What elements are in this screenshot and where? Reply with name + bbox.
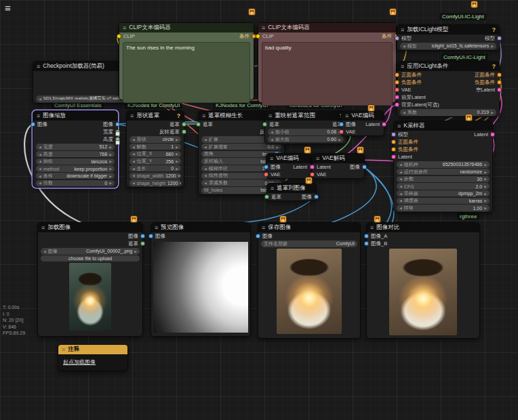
node-image-resize[interactable]: 图像缩放 图像 图像 宽度 高度 宽度512 高度768 插值lanczos m… xyxy=(33,110,118,188)
port-dot-model[interactable] xyxy=(497,36,502,41)
node-preview-image[interactable]: 预览图像 图像 xyxy=(151,222,251,337)
shape-widget[interactable]: 形状circle xyxy=(130,136,181,143)
node-titlebar[interactable]: 形状遮罩? xyxy=(127,111,184,121)
port-dot-image[interactable] xyxy=(362,165,367,169)
port-dot-latent[interactable] xyxy=(395,95,399,100)
port-dot-latent[interactable] xyxy=(395,102,399,107)
width-widget[interactable]: 宽度512 xyxy=(36,144,115,150)
grow-widget[interactable]: 生长0 xyxy=(130,165,181,172)
port-dot-mask[interactable] xyxy=(264,194,269,199)
max-widget[interactable]: 最大值0.60 xyxy=(268,136,344,143)
canvas-menu-icon[interactable]: ≡ xyxy=(5,3,11,13)
link-handle[interactable] xyxy=(115,140,120,145)
port-dot-mask[interactable] xyxy=(196,122,201,127)
port-dot-clip[interactable] xyxy=(256,34,260,39)
node-remap-mask-range[interactable]: 重映射遮罩范围? 遮罩 遮罩 最小值0.08 最大值0.60 xyxy=(264,110,347,144)
interpolation-widget[interactable]: 插值lanczos xyxy=(36,159,115,165)
port-dot-mask[interactable] xyxy=(140,241,145,246)
node-vae-encode-2[interactable]: VAE编码 图像 Latent VAE xyxy=(266,153,312,179)
compare-image-preview[interactable] xyxy=(389,249,457,335)
link-handle[interactable] xyxy=(115,131,120,136)
shape-height-widget[interactable]: shape_height1200 xyxy=(130,180,181,186)
port-dot-latent[interactable] xyxy=(490,132,495,137)
port-dot-model[interactable] xyxy=(395,36,399,41)
port-dot-vae[interactable] xyxy=(310,172,315,177)
help-icon[interactable]: ? xyxy=(492,26,496,33)
scheduler-widget[interactable]: 调度器karras xyxy=(397,198,490,205)
port-dot-conditioning[interactable] xyxy=(395,72,399,77)
multiple-of-widget[interactable]: 倍数0 xyxy=(36,180,115,187)
port-dot-latent[interactable] xyxy=(382,122,386,127)
port-dot-mask[interactable] xyxy=(182,129,186,134)
node-titlebar[interactable]: VAE编码 xyxy=(342,111,384,121)
port-dot-latent[interactable] xyxy=(310,165,315,169)
model-name-widget[interactable]: 模型iclight_sd15_fc.safetensors xyxy=(400,43,496,49)
node-mask-to-image[interactable]: 遮罩到图像 遮罩 图像 xyxy=(266,183,317,201)
prompt-textarea[interactable]: bad quality xyxy=(262,42,393,106)
port-dot-mask[interactable] xyxy=(182,122,186,127)
node-note[interactable]: 注释 起点加载图像 xyxy=(58,344,128,371)
prompt-textarea[interactable]: The sun rises in the morning xyxy=(123,42,250,103)
node-titlebar[interactable]: VAE解码 xyxy=(313,154,364,163)
node-titlebar[interactable]: 图像对比 xyxy=(367,223,479,232)
help-icon[interactable]: ? xyxy=(177,112,180,119)
port-dot-image[interactable] xyxy=(364,234,369,238)
height-widget[interactable]: 高度768 xyxy=(36,151,115,158)
port-dot-image[interactable] xyxy=(256,234,260,238)
node-shape-mask[interactable]: 形状遮罩? 遮罩 反转遮罩 形状circle 帧数1 位置_X680 位置_Y2… xyxy=(126,110,184,188)
node-titlebar[interactable]: 应用ICLight条件? xyxy=(397,62,499,71)
condition-widget[interactable]: 条件downscale if bigger xyxy=(36,173,115,180)
filename-prefix-widget[interactable]: 文件名前缀ComfyUI xyxy=(261,240,357,247)
port-dot-image[interactable] xyxy=(140,234,145,238)
port-dot-conditioning[interactable] xyxy=(497,80,502,85)
node-graph-canvas[interactable]: ≡ ComfyUI-IC-Light ComfyUI-IC-Light Comf… xyxy=(0,0,518,420)
node-save-image[interactable]: 保存图像 图像 文件名前缀ComfyUI xyxy=(258,222,361,339)
node-vae-encode-1[interactable]: VAE编码 图像 Latent VAE xyxy=(341,110,384,136)
port-dot-image[interactable] xyxy=(115,122,120,127)
control-after-generate-widget[interactable]: 运行后操作randomize xyxy=(397,169,490,175)
node-titlebar[interactable]: CLIP文本编码器 xyxy=(258,23,396,33)
min-widget[interactable]: 最小值0.08 xyxy=(268,129,344,135)
port-dot-vae[interactable] xyxy=(264,172,268,177)
port-dot-clip[interactable] xyxy=(117,34,121,39)
port-dot-conditioning[interactable] xyxy=(391,140,396,144)
port-dot-latent[interactable] xyxy=(391,154,396,159)
seed-widget[interactable]: 随机种652500313576486 xyxy=(397,161,490,168)
node-vae-decode[interactable]: VAE解码 Latent 图像 VAE xyxy=(312,153,365,179)
node-titlebar[interactable]: 加载图像 xyxy=(38,223,142,232)
port-dot-vae[interactable] xyxy=(395,87,399,92)
port-dot-image[interactable] xyxy=(364,241,369,246)
steps-widget[interactable]: 步数30 xyxy=(397,176,490,183)
shape-width-widget[interactable]: shape_width1200 xyxy=(130,173,181,180)
denoise-widget[interactable]: 降噪1.00 xyxy=(397,205,490,211)
location-y-widget[interactable]: 位置_Y256 xyxy=(130,158,181,165)
port-dot-conditioning[interactable] xyxy=(391,147,396,152)
incremental-expand-widget[interactable]: 扩展增量0.0 xyxy=(201,144,281,150)
node-titlebar[interactable]: 加载ICLight模型? xyxy=(397,25,499,35)
node-titlebar[interactable]: K采样器 xyxy=(394,121,492,131)
node-titlebar[interactable]: 图像缩放 xyxy=(33,111,117,121)
node-titlebar[interactable]: 遮罩到图像 xyxy=(267,184,316,193)
port-dot-image[interactable] xyxy=(264,165,268,169)
port-dot-conditioning[interactable] xyxy=(395,80,399,85)
frames-widget[interactable]: 帧数1 xyxy=(130,144,181,150)
node-clip-encode-positive[interactable]: CLIP文本编码器 CLIP 条件 The sun rises in the m… xyxy=(119,22,254,100)
node-titlebar[interactable]: VAE编码 xyxy=(266,154,311,163)
upload-button[interactable]: choose file to upload xyxy=(41,255,140,262)
node-titlebar[interactable]: 预览图像 xyxy=(151,223,250,232)
node-titlebar[interactable]: CLIP文本编码器 xyxy=(119,23,254,33)
port-dot-model[interactable] xyxy=(391,132,396,137)
node-apply-iclight[interactable]: 应用ICLight条件? 正面条件 正面条件 负面条件 负面条件 VAE 空La… xyxy=(397,61,500,117)
help-icon[interactable]: ? xyxy=(492,63,496,70)
node-ksampler[interactable]: K采样器 模型 Latent 正面条件 负面条件 Latent 随机种65250… xyxy=(393,121,493,213)
port-dot-mask[interactable] xyxy=(262,122,267,127)
port-dot-conditioning[interactable] xyxy=(497,72,502,77)
port-dot-image[interactable] xyxy=(31,122,35,127)
location-x-widget[interactable]: 位置_X680 xyxy=(130,151,181,158)
node-titlebar[interactable]: 保存图像 xyxy=(258,223,360,232)
node-titlebar[interactable]: 重映射遮罩范围? xyxy=(265,111,346,121)
port-dot-image[interactable] xyxy=(339,122,344,127)
node-titlebar[interactable]: 注释 xyxy=(58,345,127,354)
sampler-widget[interactable]: 采样器dpmpp_2m xyxy=(397,190,490,197)
port-dot-vae[interactable] xyxy=(339,129,344,134)
